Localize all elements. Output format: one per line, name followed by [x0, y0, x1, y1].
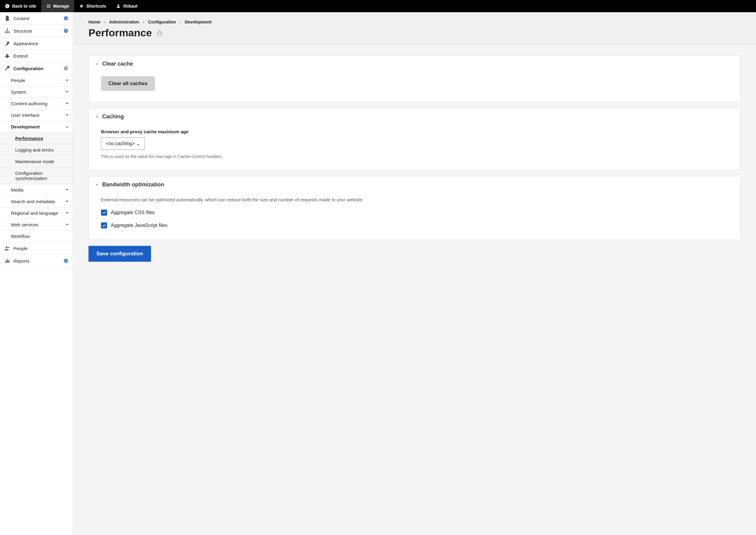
triangle-down-icon: [66, 80, 69, 81]
triangle-down-icon: [66, 212, 69, 214]
sidebar-subitem-system[interactable]: System: [0, 86, 73, 98]
puzzle-icon: [4, 53, 10, 59]
svg-rect-12: [8, 260, 9, 263]
sidebar-subitem-development[interactable]: Development: [0, 121, 73, 133]
sidebar-subitem-workflow[interactable]: Workflow: [0, 231, 73, 242]
save-configuration-button[interactable]: Save configuration: [89, 246, 151, 262]
sidebar-sub2item-config-sync[interactable]: Configuration synchronization: [0, 167, 73, 184]
sidebar-item-configuration[interactable]: Configuration: [0, 62, 73, 75]
aggregate-css-checkbox[interactable]: [101, 210, 107, 216]
sidebar-config-submenu: People System Content authoring User int…: [0, 75, 73, 242]
panel-header-caching[interactable]: Caching: [89, 109, 741, 123]
star-outline-icon[interactable]: [156, 30, 163, 36]
panel-header-bandwidth[interactable]: Bandwidth optimization: [89, 177, 741, 191]
triangle-up-icon: [66, 126, 69, 127]
sidebar-subitem-media[interactable]: Media: [0, 184, 73, 196]
admin-sidebar[interactable]: Content Structure Appearance Extend Conf…: [0, 12, 73, 535]
sidebar-subitem-regional[interactable]: Regional and language: [0, 208, 73, 219]
sidebar-subitem-label: Content authoring: [11, 101, 66, 106]
sidebar-sub2item-label: Performance: [15, 136, 43, 141]
sidebar-subitem-label: Regional and language: [11, 211, 66, 216]
sidebar-subitem-label: Development: [11, 124, 66, 129]
aggregate-js-label: Aggregate JavaScript files: [111, 223, 167, 228]
breadcrumb-item[interactable]: Configuration: [148, 19, 176, 24]
user-label: thibaut: [123, 4, 138, 9]
svg-point-2: [7, 28, 8, 30]
sidebar-item-label: Appearance: [14, 41, 69, 46]
aggregate-js-checkbox[interactable]: [101, 222, 107, 228]
check-icon: [102, 211, 106, 215]
aggregate-css-label: Aggregate CSS files: [111, 210, 155, 215]
person-icon: [116, 4, 121, 9]
sidebar-subitem-search[interactable]: Search and metadata: [0, 196, 73, 208]
cache-max-age-select[interactable]: <no caching>⌄: [101, 137, 145, 150]
sidebar-sub2item-label: Configuration synchronization: [15, 171, 47, 181]
svg-point-13: [64, 259, 68, 263]
triangle-down-icon: [66, 201, 69, 202]
sidebar-item-label: People: [14, 246, 69, 251]
panel-clear-cache: Clear cache Clear all caches: [89, 56, 741, 102]
svg-point-6: [64, 29, 68, 33]
svg-point-8: [6, 246, 8, 248]
sidebar-item-people[interactable]: People: [0, 242, 73, 255]
svg-rect-10: [5, 261, 6, 263]
svg-point-0: [5, 4, 9, 8]
svg-point-5: [9, 32, 10, 33]
breadcrumb-item[interactable]: Development: [184, 19, 211, 24]
sidebar-item-content[interactable]: Content: [0, 12, 73, 25]
chevron-down-circle-icon: [63, 258, 69, 264]
panel-header-clear-cache[interactable]: Clear cache: [89, 56, 741, 70]
sidebar-item-label: Configuration: [14, 66, 63, 71]
breadcrumb: Home › Administration › Configuration › …: [89, 19, 741, 24]
sidebar-sub2item-label: Logging and errors: [15, 147, 54, 153]
manage-label: Manage: [53, 4, 69, 9]
panel-title: Clear cache: [102, 61, 133, 67]
sidebar-subitem-people[interactable]: People: [0, 75, 73, 86]
sidebar-item-label: Content: [14, 16, 63, 21]
sidebar-subitem-web-services[interactable]: Web services: [0, 219, 73, 231]
manage-button[interactable]: Manage: [41, 0, 74, 12]
sidebar-sub2item-maintenance[interactable]: Maintenance mode: [0, 156, 73, 167]
chevron-down-icon: ⌄: [136, 141, 140, 146]
chevron-up-icon: [95, 183, 99, 187]
chevron-up-icon: [95, 115, 99, 119]
main-content: Home › Administration › Configuration › …: [73, 12, 756, 535]
svg-rect-11: [7, 259, 8, 263]
sidebar-item-reports[interactable]: Reports: [0, 255, 73, 267]
sidebar-subitem-label: Workflow: [11, 234, 69, 239]
breadcrumb-sep-icon: ›: [143, 19, 144, 24]
triangle-down-icon: [66, 189, 69, 191]
sidebar-subitem-label: System: [11, 89, 66, 95]
panel-caching: Caching Browser and proxy cache maximum …: [89, 108, 741, 170]
sidebar-sub2item-logging[interactable]: Logging and errors: [0, 144, 73, 156]
sidebar-item-label: Structure: [14, 28, 63, 34]
bandwidth-description: External resources can be optimized auto…: [101, 197, 728, 202]
panel-title: Bandwidth optimization: [102, 182, 164, 188]
sidebar-item-label: Extend: [14, 53, 69, 59]
panel-bandwidth: Bandwidth optimization External resource…: [89, 176, 741, 240]
breadcrumb-item[interactable]: Administration: [109, 19, 139, 24]
select-value: <no caching>: [105, 141, 135, 146]
sidebar-sub2item-performance[interactable]: Performance: [0, 133, 73, 144]
sidebar-item-extend[interactable]: Extend: [0, 50, 73, 62]
sidebar-subitem-label: Media: [11, 187, 66, 192]
back-to-site-button[interactable]: Back to site: [0, 0, 41, 12]
check-icon: [102, 223, 106, 228]
hamburger-icon: [46, 4, 51, 9]
shortcuts-button[interactable]: Shortcuts: [74, 0, 111, 12]
content-area: Clear cache Clear all caches Caching Bro…: [73, 45, 756, 277]
sidebar-item-structure[interactable]: Structure: [0, 25, 73, 37]
chevron-left-circle-icon: [5, 4, 10, 9]
cache-max-age-label: Browser and proxy cache maximum age: [101, 129, 728, 134]
back-to-site-label: Back to site: [12, 4, 36, 9]
user-menu-button[interactable]: thibaut: [111, 0, 143, 12]
sidebar-development-submenu: Performance Logging and errors Maintenan…: [0, 133, 73, 184]
chevron-down-circle-icon: [63, 15, 69, 21]
sidebar-subitem-content-authoring[interactable]: Content authoring: [0, 98, 73, 109]
sidebar-item-appearance[interactable]: Appearance: [0, 37, 73, 50]
page-title: Performance: [89, 27, 152, 39]
panel-title: Caching: [102, 113, 124, 120]
clear-all-caches-button[interactable]: Clear all caches: [101, 76, 155, 91]
sidebar-subitem-user-interface[interactable]: User interface: [0, 109, 73, 121]
breadcrumb-item[interactable]: Home: [89, 19, 100, 24]
